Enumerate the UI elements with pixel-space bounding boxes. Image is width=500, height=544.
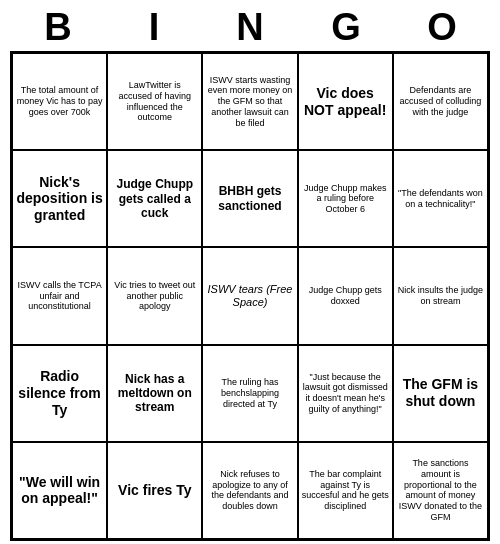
letter-o: O [398, 6, 486, 49]
bingo-cell-4: Defendants are accused of colluding with… [393, 53, 488, 150]
bingo-cell-23: The bar complaint against Ty is succesfu… [298, 442, 393, 539]
bingo-cell-10: ISWV calls the TCPA unfair and unconstit… [12, 247, 107, 344]
bingo-cell-1: LawTwitter is accused of having influenc… [107, 53, 202, 150]
letter-n: N [206, 6, 294, 49]
letter-g: G [302, 6, 390, 49]
bingo-cell-16: Nick has a meltdown on stream [107, 345, 202, 442]
letter-i: I [110, 6, 198, 49]
bingo-cell-11: Vic tries to tweet out another public ap… [107, 247, 202, 344]
bingo-cell-19: The GFM is shut down [393, 345, 488, 442]
bingo-cell-15: Radio silence from Ty [12, 345, 107, 442]
bingo-cell-0: The total amount of money Vic has to pay… [12, 53, 107, 150]
bingo-cell-7: BHBH gets sanctioned [202, 150, 297, 247]
bingo-title: B I N G O [10, 0, 490, 51]
bingo-cell-24: The sanctions amount is proportional to … [393, 442, 488, 539]
bingo-cell-22: Nick refuses to apologize to any of the … [202, 442, 297, 539]
bingo-cell-6: Judge Chupp gets called a cuck [107, 150, 202, 247]
bingo-cell-18: "Just because the lawsuit got dismissed … [298, 345, 393, 442]
bingo-cell-21: Vic fires Ty [107, 442, 202, 539]
bingo-cell-20: "We will win on appeal!" [12, 442, 107, 539]
bingo-grid: The total amount of money Vic has to pay… [10, 51, 490, 541]
bingo-cell-13: Judge Chupp gets doxxed [298, 247, 393, 344]
bingo-cell-8: Judge Chupp makes a ruling before Octobe… [298, 150, 393, 247]
bingo-cell-12: ISWV tears (Free Space) [202, 247, 297, 344]
bingo-cell-9: "The defendants won on a technicality!" [393, 150, 488, 247]
letter-b: B [14, 6, 102, 49]
bingo-cell-5: Nick's deposition is granted [12, 150, 107, 247]
bingo-cell-2: ISWV starts wasting even more money on t… [202, 53, 297, 150]
bingo-cell-14: Nick insults the judge on stream [393, 247, 488, 344]
bingo-cell-17: The ruling has benchslapping directed at… [202, 345, 297, 442]
bingo-cell-3: Vic does NOT appeal! [298, 53, 393, 150]
